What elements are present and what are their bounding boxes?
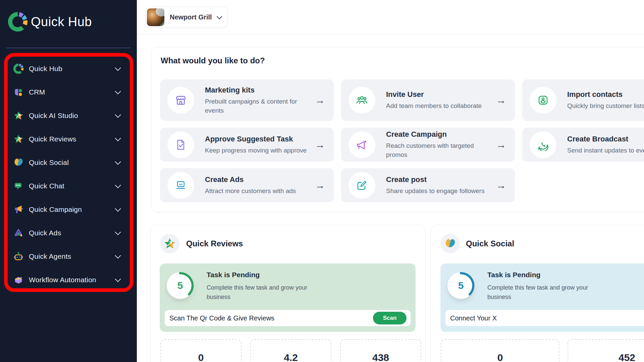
sidebar-item-label: Quick Campaign: [29, 205, 82, 214]
sidebar-item-label: Quick Ads: [29, 229, 61, 237]
top-header: Newport Grill: [137, 0, 644, 34]
reviews-task-row[interactable]: Scan The Qr Code & Give Reviews Scan: [165, 310, 411, 326]
social-heart-icon: [13, 158, 23, 168]
document-check-icon: [167, 131, 194, 158]
action-tile-create-ads[interactable]: AD Create Ads Attract more customers wit…: [160, 168, 334, 202]
reviews-stat-box: 4.2: [250, 339, 331, 362]
sidebar-divider: [6, 48, 131, 48]
chevron-down-icon: [216, 13, 222, 19]
app-title: Quick Hub: [31, 15, 92, 29]
sidebar-item-label: Quick Social: [29, 159, 69, 167]
sidebar-item-quick-ads[interactable]: Quick Ads: [0, 221, 137, 245]
panel-heading: What would you like to do?: [161, 56, 265, 65]
card-title: Quick Social: [466, 239, 514, 248]
ai-studio-star-icon: [13, 111, 23, 121]
business-avatar: [147, 8, 164, 26]
social-stat-box: 0: [441, 339, 559, 362]
tile-subtitle: Reach customers with targeted promos: [386, 141, 493, 159]
tile-title: Create Campaign: [386, 130, 493, 139]
action-tile-import-contacts[interactable]: Import contacts Quickly bring customer l…: [522, 79, 644, 121]
workflow-icon: [13, 275, 23, 285]
campaign-megaphone-icon: [348, 131, 375, 158]
action-tile-create-post[interactable]: Create post Share updates to engage foll…: [341, 168, 515, 202]
pending-count-circle: 5: [167, 272, 194, 299]
arrow-right-icon: →: [315, 180, 325, 191]
pending-subtitle: Complete this few task and grow your bus…: [487, 283, 601, 302]
robot-icon: [13, 251, 23, 261]
sidebar-item-workflow-automation[interactable]: Workflow Automation: [0, 268, 137, 292]
reviews-star-icon: [13, 134, 23, 144]
sidebar-item-quick-social[interactable]: Quick Social: [0, 151, 137, 174]
group-icon: [348, 87, 375, 114]
pending-subtitle: Complete this few task and grow your bus…: [207, 283, 321, 302]
task-label: Connect Your X: [450, 314, 497, 322]
sidebar-item-quick-ai-studio[interactable]: Quick AI Studio: [0, 104, 137, 127]
tile-subtitle: Keep progress moving with approve: [205, 146, 312, 155]
chevron-down-icon: [115, 88, 121, 94]
arrow-right-icon: →: [315, 95, 325, 106]
reviews-pending-banner: 5 Task is Pending Complete this few task…: [160, 263, 416, 332]
social-task-row[interactable]: Connect Your X: [445, 310, 644, 326]
sidebar-item-quick-campaign[interactable]: Quick Campaign: [0, 198, 137, 221]
chevron-down-icon: [115, 182, 121, 188]
arrow-right-icon: →: [315, 139, 325, 150]
tile-title: Invite User: [386, 90, 493, 99]
progress-arc-icon: [165, 271, 195, 300]
social-pending-banner: 5 Task is Pending Complete this few task…: [440, 263, 644, 332]
progress-arc-icon: [446, 271, 476, 300]
action-tile-invite-user[interactable]: Invite User Add team members to collabor…: [341, 79, 515, 121]
tile-title: Create Broadcast: [567, 135, 644, 143]
sidebar-item-quick-hub[interactable]: Quick Hub: [0, 57, 137, 80]
chat-bubble-icon: [13, 181, 23, 191]
social-stat-box: 452: [568, 339, 644, 362]
action-tile-create-broadcast[interactable]: Create Broadcast Send instant updates to…: [522, 128, 644, 162]
ads-icon: [13, 228, 23, 238]
megaphone-icon: [13, 204, 23, 215]
sidebar-item-label: Quick Reviews: [29, 135, 76, 143]
svg-text:AD: AD: [179, 183, 183, 186]
tile-title: Create Ads: [205, 175, 312, 184]
tile-subtitle: Quickly bring customer lists into Hub: [567, 101, 644, 110]
arrow-right-icon: →: [496, 139, 506, 150]
ad-laptop-icon: AD: [167, 172, 194, 199]
tile-subtitle: Attract more customers with ads: [205, 186, 312, 195]
tile-title: Create post: [386, 175, 493, 184]
tile-title: Approve Suggested Task: [205, 135, 312, 143]
sidebar-menu: Quick Hub CRM Quick AI: [0, 57, 137, 292]
stat-value: 0: [161, 352, 241, 362]
tile-subtitle: Prebuilt campaigns & content for events: [205, 97, 312, 115]
chevron-down-icon: [115, 159, 121, 165]
tile-title: Import contacts: [567, 90, 644, 99]
actions-panel: What would you like to do? Marketing kit…: [151, 47, 644, 212]
sidebar-item-crm[interactable]: CRM: [0, 80, 137, 104]
action-tile-marketing-kits[interactable]: Marketing kits Prebuilt campaigns & cont…: [160, 79, 334, 121]
sidebar-item-label: CRM: [29, 88, 45, 96]
sidebar-item-quick-chat[interactable]: Quick Chat: [0, 174, 137, 198]
quick-social-card: Quick Social 5 Task is Pending Complete …: [431, 225, 644, 362]
action-tile-approve-suggested-task[interactable]: Approve Suggested Task Keep progress mov…: [160, 128, 334, 162]
stat-value: 4.2: [251, 352, 331, 362]
tile-subtitle: Add team members to collaborate: [386, 101, 493, 110]
arrow-right-icon: →: [496, 180, 506, 191]
action-tile-create-campaign[interactable]: Create Campaign Reach customers with tar…: [341, 128, 515, 162]
arrow-right-icon: →: [496, 95, 506, 106]
sidebar-item-label: Quick Agents: [29, 252, 71, 260]
pending-count-circle: 5: [447, 272, 474, 299]
quick-hub-logo-icon: [8, 12, 28, 32]
contact-card-icon: [530, 87, 556, 114]
pending-title: Task is Pending: [487, 271, 540, 279]
stat-value: 438: [341, 352, 421, 362]
reviews-star-icon: [160, 234, 179, 253]
sidebar-item-quick-reviews[interactable]: Quick Reviews: [0, 127, 137, 151]
chevron-down-icon: [115, 65, 121, 71]
chevron-down-icon: [115, 252, 121, 258]
stat-value: 0: [441, 352, 559, 362]
sidebar-item-label: Quick Chat: [29, 182, 64, 190]
scan-button[interactable]: Scan: [373, 312, 407, 324]
task-label: Scan The Qr Code & Give Reviews: [169, 314, 274, 322]
business-selector[interactable]: Newport Grill: [145, 7, 228, 28]
quick-hub-ring-icon: [13, 64, 23, 74]
stat-value: 452: [568, 352, 644, 362]
sidebar-item-quick-agents[interactable]: Quick Agents: [0, 245, 137, 268]
whatsapp-icon: [530, 131, 556, 158]
